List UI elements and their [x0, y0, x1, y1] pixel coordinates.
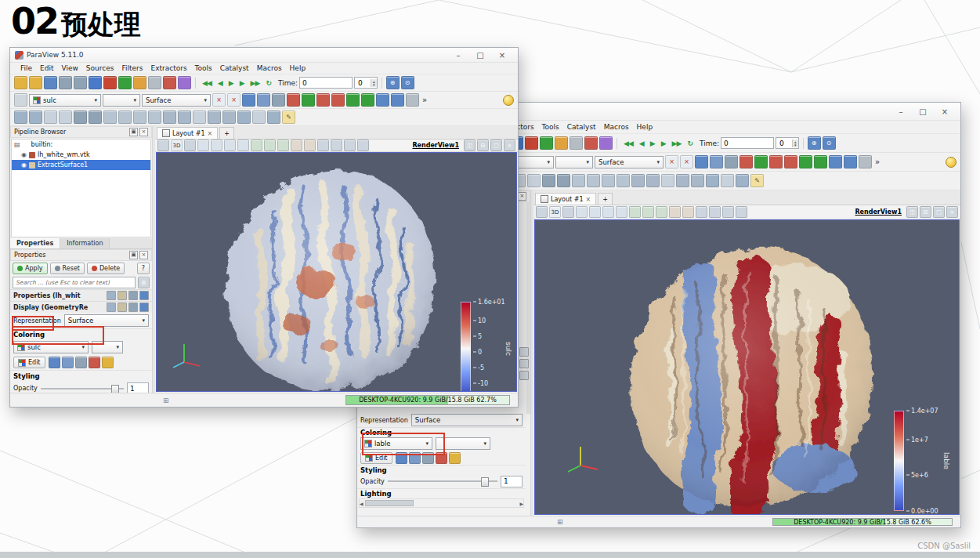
pipeline-item[interactable]: ▤ builtin:: [12, 140, 150, 150]
close-panel-button[interactable]: ×: [139, 128, 148, 136]
menu-item[interactable]: Catalyst: [563, 123, 600, 131]
hover-points-icon[interactable]: [304, 140, 316, 151]
delete-button[interactable]: Delete: [87, 263, 125, 274]
minimize-button[interactable]: –: [447, 51, 469, 60]
close-button[interactable]: ×: [934, 107, 956, 116]
rescale-range-icon[interactable]: [242, 93, 255, 107]
rescale-temporal-icon[interactable]: [75, 357, 87, 368]
close-view-button[interactable]: ×: [504, 140, 515, 151]
time-annotation-icon[interactable]: [59, 111, 72, 124]
tab-information[interactable]: Information: [60, 238, 110, 248]
glyph-filter-icon[interactable]: [163, 111, 176, 124]
pipeline-item[interactable]: ◉ lh_white_wm.vtk: [12, 150, 150, 160]
spreadsheet-icon[interactable]: [721, 174, 734, 187]
contour-icon[interactable]: [617, 174, 630, 187]
menu-item[interactable]: Tools: [191, 64, 216, 72]
reset-camera-icon[interactable]: [163, 76, 176, 89]
hover-cells-icon[interactable]: [669, 206, 681, 218]
extract-block-icon[interactable]: [676, 174, 689, 187]
section-properties[interactable]: Properties (lh_whit: [10, 289, 152, 301]
camera-plus-y-icon[interactable]: [346, 93, 360, 107]
copy-properties-icon[interactable]: [107, 303, 116, 312]
next-frame-button[interactable]: ▶: [237, 79, 247, 87]
maximize-button[interactable]: □: [469, 51, 491, 60]
protractor-icon[interactable]: [29, 111, 42, 124]
menu-item[interactable]: Help: [286, 64, 310, 72]
histogram-icon[interactable]: [706, 174, 719, 187]
camera-minus-z-icon[interactable]: [391, 93, 404, 107]
select-frustum-points-icon[interactable]: [237, 140, 249, 151]
dock-mini-button[interactable]: [519, 371, 529, 380]
next-frame-button[interactable]: ▶: [659, 140, 668, 147]
split-horizontal-button[interactable]: ◫: [464, 140, 476, 151]
grow-selection-icon[interactable]: [317, 140, 329, 151]
disconnect-server-icon[interactable]: [525, 136, 538, 150]
clip-icon[interactable]: [118, 111, 132, 124]
export-view-icon[interactable]: [536, 206, 548, 218]
grow-selection-icon[interactable]: [696, 206, 707, 218]
eye-icon[interactable]: ◉: [21, 151, 27, 158]
delete-icon[interactable]: ×: [212, 93, 226, 107]
menu-item[interactable]: File: [16, 64, 36, 72]
screenshot-icon[interactable]: [59, 76, 72, 89]
probe-location-icon[interactable]: [542, 174, 555, 187]
representation-combo[interactable]: Surface ▾: [64, 314, 149, 327]
close-button[interactable]: ×: [491, 51, 513, 60]
group-datasets-icon[interactable]: [222, 111, 236, 124]
delete-all-icon[interactable]: ×: [227, 93, 240, 107]
close-panel-button[interactable]: ×: [139, 251, 148, 259]
camera-plus-z-icon[interactable]: [829, 155, 842, 168]
clear-selection-icon[interactable]: [722, 206, 734, 218]
stream-tracer-icon[interactable]: [178, 111, 191, 124]
pipeline-item[interactable]: ◉ ExtractSurface1: [12, 160, 150, 170]
rotate-view-icon[interactable]: [859, 155, 872, 168]
previous-frame-button[interactable]: ◀: [215, 79, 225, 87]
select-frustum-cells-icon[interactable]: [224, 140, 236, 151]
undock-button[interactable]: ▣: [129, 251, 138, 259]
threshold-icon[interactable]: [133, 111, 146, 124]
toggle-3d-icon[interactable]: 3D: [549, 206, 561, 218]
threshold-icon[interactable]: [602, 174, 615, 187]
camera-plus-x-icon[interactable]: [316, 93, 330, 107]
reset-session-icon[interactable]: [540, 136, 553, 150]
search-input[interactable]: [13, 277, 136, 288]
split-vertical-button[interactable]: ⊟: [477, 140, 489, 151]
slice-icon[interactable]: [572, 174, 585, 187]
first-frame-button[interactable]: ◀◀: [621, 140, 635, 147]
paste-properties-icon[interactable]: [118, 291, 127, 300]
loop-button[interactable]: ↻: [263, 79, 273, 87]
extract-block-icon[interactable]: [208, 111, 221, 124]
scroll-left-icon[interactable]: ◀: [360, 501, 363, 506]
plot-over-line-icon[interactable]: [557, 174, 570, 187]
representation-combo[interactable]: Surface ▾: [142, 94, 211, 107]
toggle-3d-icon[interactable]: 3D: [171, 140, 183, 151]
clip-icon[interactable]: [587, 174, 600, 187]
rescale-custom-range-icon[interactable]: [409, 452, 421, 464]
select-points-on-icon[interactable]: [589, 206, 601, 218]
close-tab-icon[interactable]: ×: [208, 130, 213, 137]
camera-minus-y-icon[interactable]: [814, 155, 827, 168]
rescale-to-data-icon[interactable]: [396, 452, 407, 464]
close-panel-button[interactable]: ×: [518, 192, 526, 201]
show-color-legend-icon[interactable]: [102, 357, 114, 368]
save-state-icon[interactable]: [44, 76, 57, 89]
reset-camera-icon[interactable]: [584, 136, 598, 150]
color-by-icon[interactable]: [14, 93, 27, 107]
time-input[interactable]: [721, 137, 774, 149]
close-tab-icon[interactable]: ×: [586, 196, 591, 203]
save-defaults-icon[interactable]: [139, 291, 149, 300]
restore-defaults-icon[interactable]: [128, 291, 138, 300]
camera-minus-y-icon[interactable]: [361, 93, 374, 107]
rescale-custom-icon[interactable]: [257, 93, 270, 107]
previous-frame-button[interactable]: ◀: [637, 140, 646, 147]
maximize-button[interactable]: □: [912, 107, 934, 116]
last-frame-button[interactable]: ▶▶: [670, 140, 684, 147]
interactive-select-points-icon[interactable]: [656, 206, 667, 218]
shrink-selection-icon[interactable]: [709, 206, 721, 218]
camera-plus-y-icon[interactable]: [799, 155, 812, 168]
clear-selection-icon[interactable]: [344, 140, 356, 151]
plot-over-line-icon[interactable]: [89, 111, 102, 124]
split-vertical-button[interactable]: ⊟: [920, 206, 931, 218]
show-center-axes-icon[interactable]: [754, 155, 768, 168]
slice-icon[interactable]: [103, 111, 117, 124]
